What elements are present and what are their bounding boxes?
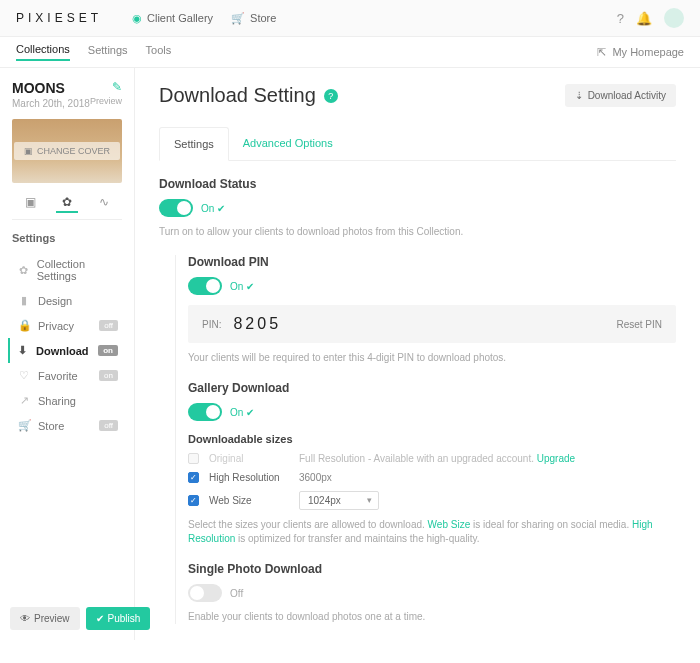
nav-client-gallery[interactable]: ◉ Client Gallery [132, 12, 213, 25]
upgrade-link[interactable]: Upgrade [537, 453, 575, 464]
sidebar-item-download[interactable]: ⬇ Download on [8, 338, 122, 363]
sidebar-item-label: Collection Settings [37, 258, 118, 282]
status-badge: off [99, 320, 118, 331]
pencil-icon[interactable]: ✎ [90, 80, 122, 94]
sidebar-item-favorite[interactable]: ♡ Favorite on [12, 363, 122, 388]
size-name: Web Size [209, 495, 289, 506]
my-homepage-link[interactable]: ⇱ My Homepage [597, 46, 684, 59]
preview-button[interactable]: 👁 Preview [10, 607, 80, 630]
help-icon[interactable]: ? [617, 11, 624, 26]
sidebar-item-design[interactable]: ▮ Design [12, 288, 122, 313]
sidebar-item-privacy[interactable]: 🔒 Privacy off [12, 313, 122, 338]
check-icon: ✔ [246, 281, 254, 292]
collection-date: March 20th, 2018 [12, 98, 90, 109]
sidebar-item-label: Favorite [38, 370, 78, 382]
upgrade-note: Full Resolution - Available with an upgr… [299, 453, 575, 464]
subnav-settings[interactable]: Settings [88, 44, 128, 60]
cart-icon: 🛒 [231, 12, 245, 25]
publish-button[interactable]: ✔ Publish [86, 607, 151, 630]
tab-advanced[interactable]: Advanced Options [229, 127, 347, 160]
camera-icon: ◉ [132, 12, 142, 25]
eye-icon: 👁 [20, 613, 30, 624]
page-title: Download Setting [159, 84, 316, 107]
pin-value: 8205 [233, 315, 281, 333]
help-text: Enable your clients to download photos o… [188, 610, 676, 624]
feed-tab-icon[interactable]: ∿ [93, 193, 115, 213]
subnav-tools[interactable]: Tools [146, 44, 172, 60]
activity-icon: ⇣ [575, 90, 583, 101]
share-icon: ↗ [18, 394, 30, 407]
sidebar-item-store[interactable]: 🛒 Store off [12, 413, 122, 438]
download-pin-label: Download PIN [188, 255, 676, 269]
change-cover-button[interactable]: ▣ CHANGE COVER [14, 142, 120, 160]
download-status-toggle[interactable] [159, 199, 193, 217]
single-download-toggle[interactable] [188, 584, 222, 602]
preview-link[interactable]: Preview [90, 96, 122, 106]
sidebar-item-label: Store [38, 420, 64, 432]
lock-icon: 🔒 [18, 319, 30, 332]
settings-tab-icon[interactable]: ✿ [56, 193, 78, 213]
websize-checkbox[interactable]: ✓ [188, 495, 199, 506]
help-text: Your clients will be required to enter t… [188, 351, 676, 365]
original-checkbox [188, 453, 199, 464]
cover-image: ▣ CHANGE COVER [12, 119, 122, 183]
collection-title: MOONS [12, 80, 90, 96]
button-label: Publish [108, 613, 141, 624]
subnav-collections[interactable]: Collections [16, 43, 70, 61]
homepage-label: My Homepage [612, 46, 684, 58]
web-size-link: Web Size [428, 519, 471, 530]
sidebar-item-sharing[interactable]: ↗ Sharing [12, 388, 122, 413]
download-icon: ⬇ [16, 344, 28, 357]
toggle-state: On✔ [230, 407, 254, 418]
photos-tab-icon[interactable]: ▣ [19, 193, 42, 213]
external-icon: ⇱ [597, 46, 606, 59]
sizes-heading: Downloadable sizes [188, 433, 676, 445]
gear-icon: ✿ [18, 264, 29, 277]
websize-select[interactable]: 1024px [299, 491, 379, 510]
status-badge: on [99, 370, 118, 381]
status-badge: off [99, 420, 118, 431]
sidebar-item-collection[interactable]: ✿ Collection Settings [12, 252, 122, 288]
bookmark-icon: ▮ [18, 294, 30, 307]
check-icon: ✔ [217, 203, 225, 214]
size-value: 3600px [299, 472, 332, 483]
bell-icon[interactable]: 🔔 [636, 11, 652, 26]
size-name: Original [209, 453, 289, 464]
toggle-state: On✔ [201, 203, 225, 214]
check-icon: ✔ [246, 407, 254, 418]
brand-logo[interactable]: PIXIESET [16, 11, 102, 25]
change-cover-label: CHANGE COVER [37, 146, 110, 156]
tab-settings[interactable]: Settings [159, 127, 229, 161]
pin-field-label: PIN: [202, 319, 221, 330]
status-badge: on [98, 345, 118, 356]
nav-store[interactable]: 🛒 Store [231, 12, 276, 25]
sidebar-item-label: Privacy [38, 320, 74, 332]
download-activity-button[interactable]: ⇣ Download Activity [565, 84, 676, 107]
nav-label: Store [250, 12, 276, 24]
nav-label: Client Gallery [147, 12, 213, 24]
avatar[interactable] [664, 8, 684, 28]
download-status-label: Download Status [159, 177, 676, 191]
gallery-download-toggle[interactable] [188, 403, 222, 421]
help-text: Select the sizes your clients are allowe… [188, 518, 676, 546]
help-badge-icon[interactable]: ? [324, 89, 338, 103]
toggle-state: On✔ [230, 281, 254, 292]
help-text: Turn on to allow your clients to downloa… [159, 225, 676, 239]
sidebar-item-label: Design [38, 295, 72, 307]
button-label: Preview [34, 613, 70, 624]
sidebar-heading: Settings [12, 232, 122, 244]
sidebar-item-label: Sharing [38, 395, 76, 407]
button-label: Download Activity [588, 90, 666, 101]
gallery-download-label: Gallery Download [188, 381, 676, 395]
image-icon: ▣ [24, 146, 33, 156]
toggle-state: Off [230, 588, 243, 599]
size-name: High Resolution [209, 472, 289, 483]
sidebar-item-label: Download [36, 345, 89, 357]
download-pin-toggle[interactable] [188, 277, 222, 295]
reset-pin-button[interactable]: Reset PIN [616, 319, 662, 330]
globe-icon: ✔ [96, 613, 104, 624]
heart-icon: ♡ [18, 369, 30, 382]
highres-checkbox[interactable]: ✓ [188, 472, 199, 483]
cart-icon: 🛒 [18, 419, 30, 432]
single-download-label: Single Photo Download [188, 562, 676, 576]
